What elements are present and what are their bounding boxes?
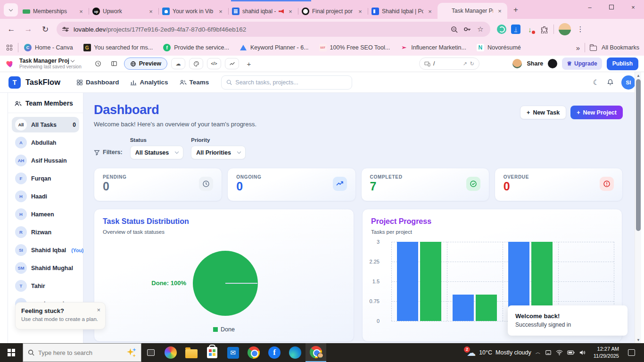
- bookmarks-overflow-icon[interactable]: »: [576, 44, 580, 52]
- tab-close-icon[interactable]: ×: [287, 8, 294, 15]
- user-avatar[interactable]: SI: [621, 75, 636, 90]
- browser-menu-icon[interactable]: ⋮: [576, 25, 585, 34]
- scrollbar-thumb[interactable]: [636, 79, 641, 231]
- new-tab-button[interactable]: +: [509, 3, 522, 16]
- history-icon[interactable]: [92, 58, 104, 69]
- palette-button[interactable]: [189, 58, 203, 69]
- new-task-button[interactable]: +New Task: [520, 106, 566, 119]
- task-view-button[interactable]: [141, 343, 160, 362]
- window-close-button[interactable]: ×: [622, 0, 644, 14]
- sidebar-member-abdullah[interactable]: AAbdullah: [12, 135, 79, 150]
- taskbar-search[interactable]: [23, 343, 141, 362]
- profile-avatar[interactable]: [559, 23, 571, 35]
- tab-close-icon[interactable]: ×: [77, 8, 85, 15]
- tab-search-button[interactable]: [4, 3, 18, 16]
- back-button[interactable]: ←: [4, 22, 19, 37]
- taskbar-photos[interactable]: [160, 343, 181, 362]
- password-key-icon[interactable]: [463, 25, 471, 33]
- wifi-icon[interactable]: [556, 350, 563, 355]
- sidebar-member-shahid-mughal[interactable]: SMShahid Mughal: [12, 260, 79, 276]
- bookmark-item-5[interactable]: SST100% Free SEO Tool...: [315, 42, 394, 53]
- project-name-block[interactable]: Task Manager Proj Previewing last saved …: [19, 58, 82, 69]
- nav-teams[interactable]: Teams: [175, 76, 214, 89]
- browser-tab-6[interactable]: Shahid Iqbal | Po×: [368, 4, 438, 19]
- sidebar-member-haadi[interactable]: HHaadi: [12, 189, 79, 204]
- browser-tab-7[interactable]: Task Manager Pr×: [438, 3, 507, 19]
- page-scrollbar[interactable]: ▲ ▼: [635, 72, 641, 343]
- forward-button[interactable]: →: [21, 22, 36, 37]
- taskbar-clock[interactable]: 12:27 AM 11/29/2025: [594, 346, 619, 360]
- window-maximize-button[interactable]: [601, 0, 622, 14]
- taskbar-chrome[interactable]: [243, 343, 264, 362]
- tray-expand-icon[interactable]: ︿: [536, 349, 541, 356]
- tab-close-icon[interactable]: ×: [147, 8, 155, 15]
- taskbar-store[interactable]: [202, 343, 223, 362]
- reload-button[interactable]: ↻: [38, 22, 53, 37]
- github-icon[interactable]: [548, 59, 557, 68]
- refresh-preview-icon[interactable]: ↻: [470, 61, 474, 67]
- taskbar-chrome-active[interactable]: [305, 343, 326, 362]
- browser-tab-5[interactable]: Final project por×: [298, 4, 368, 19]
- browser-tab-3[interactable]: Your work in Vib×: [158, 4, 228, 19]
- bell-icon[interactable]: [607, 79, 614, 86]
- extension-download-icon[interactable]: ↓: [511, 25, 520, 34]
- bookmark-item-7[interactable]: NNovorésumé: [473, 42, 525, 53]
- analytics-button[interactable]: [225, 58, 239, 69]
- sidebar-member-shahid-iqbal[interactable]: SIShahid Iqbal(You): [12, 242, 79, 258]
- add-button[interactable]: +: [243, 58, 255, 69]
- publish-button[interactable]: Publish: [607, 58, 638, 70]
- taskbar-mail[interactable]: ✉: [223, 343, 243, 362]
- scroll-down-icon[interactable]: ▼: [635, 337, 642, 343]
- open-external-icon[interactable]: ↗: [463, 61, 467, 67]
- scroll-up-icon[interactable]: ▲: [635, 72, 642, 79]
- notification-center-button[interactable]: [623, 343, 639, 362]
- panel-toggle-icon[interactable]: [108, 58, 120, 69]
- address-bar[interactable]: lovable.dev/projects/17f7e916-2ed9-4fa7-…: [57, 22, 490, 37]
- window-minimize-button[interactable]: –: [579, 0, 601, 14]
- search-input[interactable]: [235, 79, 347, 86]
- bookmark-item-2[interactable]: GYou searched for ms...: [80, 42, 157, 53]
- preview-button[interactable]: Preview: [124, 58, 167, 70]
- bookmark-item-4[interactable]: Keyword Planner - 6...: [236, 42, 313, 53]
- share-button[interactable]: Share: [527, 60, 543, 67]
- taskbar-file-explorer[interactable]: [181, 343, 202, 362]
- speaker-icon[interactable]: [579, 350, 586, 355]
- sidebar-member-furqan[interactable]: FFurqan: [12, 171, 79, 186]
- all-bookmarks-label[interactable]: All Bookmarks: [602, 44, 639, 51]
- extension-teal-icon[interactable]: [497, 25, 506, 34]
- bookmark-item-3[interactable]: fProvide the service...: [159, 42, 233, 53]
- app-search[interactable]: [221, 75, 352, 90]
- sidebar-member-asif-hussain[interactable]: AHAsif Hussain: [12, 153, 79, 168]
- new-project-button[interactable]: +New Project: [570, 106, 623, 119]
- browser-tab-1[interactable]: Memberships×: [19, 4, 89, 19]
- sidebar-member-hameen[interactable]: HHameen: [12, 206, 79, 222]
- extensions-puzzle-icon[interactable]: [539, 25, 549, 34]
- sidebar-member-rizwan[interactable]: RRizwan: [12, 224, 79, 240]
- extension-idm-icon[interactable]: ↓: [525, 25, 535, 34]
- bookmark-item-6[interactable]: Influencer Marketin...: [396, 42, 470, 53]
- start-button[interactable]: [0, 343, 23, 362]
- zoom-icon[interactable]: [450, 25, 458, 33]
- apps-grid-icon[interactable]: [7, 45, 12, 50]
- weather-widget[interactable]: ☁2 10°C Mostly cloudy: [467, 348, 531, 357]
- browser-tab-4[interactable]: shahid iqbal -×: [228, 4, 298, 19]
- nav-dashboard[interactable]: Dashboard: [72, 76, 124, 89]
- tab-close-icon[interactable]: ×: [496, 7, 504, 15]
- nav-analytics[interactable]: Analytics: [125, 76, 173, 89]
- site-settings-icon[interactable]: [62, 28, 69, 31]
- status-filter-select[interactable]: All Statuses: [130, 146, 184, 159]
- taskbar-facebook[interactable]: f: [264, 343, 285, 362]
- tab-close-icon[interactable]: ×: [217, 8, 224, 15]
- bookmark-star-icon[interactable]: ☆: [476, 25, 485, 33]
- pen-icon[interactable]: [545, 349, 552, 356]
- dark-mode-icon[interactable]: ☾: [593, 78, 599, 87]
- upgrade-button[interactable]: ♕Upgrade: [562, 58, 602, 70]
- taskbar-edge[interactable]: [285, 343, 305, 362]
- priority-filter-select[interactable]: All Priorities: [191, 146, 246, 159]
- tab-close-icon[interactable]: ×: [426, 8, 434, 15]
- browser-tab-2[interactable]: upUpwork×: [89, 4, 158, 19]
- sidebar-member-all-tasks[interactable]: AllAll Tasks0: [12, 117, 79, 132]
- sidebar-member-tahir[interactable]: TTahir: [12, 278, 79, 294]
- cloud-button[interactable]: ☁: [171, 58, 185, 69]
- preview-path-bar[interactable]: / ↗ ↻: [419, 58, 479, 70]
